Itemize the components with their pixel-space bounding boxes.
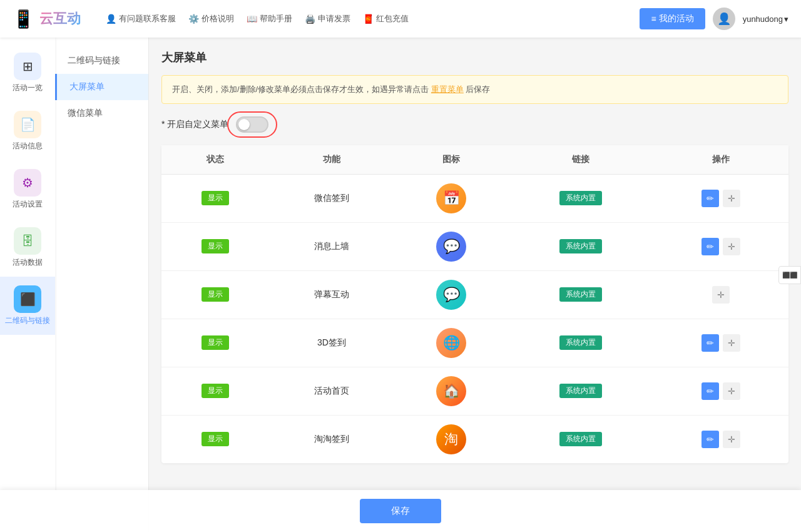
activity-list-icon: ⊞ <box>23 59 33 74</box>
status-badge[interactable]: 显示 <box>202 287 229 302</box>
customer-service-icon: 👤 <box>106 14 116 24</box>
username-display[interactable]: yunhudong ▾ <box>743 14 788 24</box>
action-buttons: ✏✛ <box>660 190 781 207</box>
status-badge[interactable]: 显示 <box>202 432 229 446</box>
row-status: 显示 <box>161 319 268 367</box>
row-status: 显示 <box>161 174 268 222</box>
status-badge[interactable]: 显示 <box>202 335 229 350</box>
row-actions: ✏✛ <box>653 319 788 367</box>
my-activity-button[interactable]: ≡ 我的活动 <box>640 8 705 29</box>
row-status: 显示 <box>161 415 268 463</box>
sub-item-bigscreen-menu-label: 大屏菜单 <box>69 81 105 91</box>
save-button[interactable]: 保存 <box>360 499 441 523</box>
drag-button[interactable]: ✛ <box>723 382 740 400</box>
nav-pricing[interactable]: ⚙️ 价格说明 <box>188 13 234 24</box>
qr-panel-button[interactable]: ⬛⬛ <box>778 266 801 284</box>
reset-menu-link[interactable]: 重置菜单 <box>431 84 464 94</box>
sub-item-wechat-menu[interactable]: 微信菜单 <box>55 100 148 126</box>
dropdown-chevron-icon: ▾ <box>784 14 788 24</box>
status-badge[interactable]: 显示 <box>202 191 229 205</box>
row-icon: 淘 <box>395 415 508 463</box>
sub-item-qrcode[interactable]: 二维码与链接 <box>55 48 148 74</box>
drag-button[interactable]: ✛ <box>712 286 730 304</box>
header-operation: 操作 <box>653 145 788 175</box>
nav-customer-service[interactable]: 👤 有问题联系客服 <box>106 13 176 24</box>
menu-icon: 📅 <box>436 183 466 213</box>
header-status: 状态 <box>161 145 268 175</box>
menu-table: 状态 功能 图标 链接 操作 显示微信签到📅系统内置✏✛显示消息上墙💬系统内置✏… <box>161 145 788 463</box>
logo-text: 云互动 <box>39 9 81 28</box>
table-row: 显示弹幕互动💬系统内置✛ <box>161 270 788 319</box>
table-header: 状态 功能 图标 链接 操作 <box>161 145 788 175</box>
row-actions: ✏✛ <box>653 367 788 415</box>
row-status: 显示 <box>161 270 268 319</box>
edit-button[interactable]: ✏ <box>702 382 719 400</box>
toggle-label: * 开启自定义菜单 <box>161 119 228 130</box>
row-status: 显示 <box>161 367 268 415</box>
row-function: 微信签到 <box>268 174 394 222</box>
nav-redpacket[interactable]: 🧧 红包充值 <box>363 13 409 24</box>
row-link: 系统内置 <box>508 415 653 463</box>
edit-button[interactable]: ✏ <box>702 190 719 207</box>
main-content: 大屏菜单 开启、关闭，添加/删除/修改菜单必须点击保存才生效，如遇异常请点击 重… <box>149 38 801 532</box>
row-icon: 💬 <box>395 270 508 319</box>
sub-item-bigscreen-menu[interactable]: 大屏菜单 <box>55 74 148 100</box>
toggle-wrapper <box>236 116 268 133</box>
sidebar-item-qrcode[interactable]: ⬛ 二维码与链接 <box>0 277 55 335</box>
nav-links: 👤 有问题联系客服 ⚙️ 价格说明 📖 帮助手册 🖨️ 申请发票 🧧 红包充值 <box>106 13 640 24</box>
drag-button[interactable]: ✛ <box>723 238 740 255</box>
notice-suffix: 后保存 <box>466 84 490 94</box>
row-link: 系统内置 <box>508 174 653 222</box>
edit-button[interactable]: ✏ <box>702 238 719 255</box>
row-link: 系统内置 <box>508 270 653 319</box>
menu-icon: 💬 <box>436 280 466 310</box>
logo[interactable]: 📱 云互动 <box>13 9 81 29</box>
row-actions: ✏✛ <box>653 415 788 463</box>
logo-icon: 📱 <box>13 9 34 29</box>
activity-settings-icon: ⚙ <box>22 175 33 190</box>
qrcode-icon: ⬛ <box>20 292 36 307</box>
table-row: 显示淘淘签到淘系统内置✏✛ <box>161 415 788 463</box>
username-text: yunhudong <box>743 14 783 24</box>
drag-button[interactable]: ✛ <box>723 190 740 207</box>
sidebar-item-activity-settings[interactable]: ⚙ 活动设置 <box>0 160 55 218</box>
toggle-row: * 开启自定义菜单 <box>161 116 788 133</box>
row-link: 系统内置 <box>508 319 653 367</box>
row-function: 消息上墙 <box>268 222 394 270</box>
page-title: 大屏菜单 <box>161 50 788 65</box>
sidebar-item-label-activity-data: 活动数据 <box>13 257 43 268</box>
table-row: 显示3D签到🌐系统内置✏✛ <box>161 319 788 367</box>
edit-button[interactable]: ✏ <box>702 334 719 352</box>
nav-invoice[interactable]: 🖨️ 申请发票 <box>305 13 350 24</box>
custom-menu-toggle[interactable] <box>236 116 268 133</box>
status-badge[interactable]: 显示 <box>202 239 229 253</box>
sidebar-item-activity-data[interactable]: 🗄 活动数据 <box>0 218 55 277</box>
notice-bar: 开启、关闭，添加/删除/修改菜单必须点击保存才生效，如遇异常请点击 重置菜单 后… <box>161 75 788 104</box>
drag-button[interactable]: ✛ <box>723 431 740 448</box>
header-row: 状态 功能 图标 链接 操作 <box>161 145 788 175</box>
row-function: 淘淘签到 <box>268 415 394 463</box>
row-icon: 🌐 <box>395 319 508 367</box>
nav-help[interactable]: 📖 帮助手册 <box>247 13 292 24</box>
row-function: 弹幕互动 <box>268 270 394 319</box>
left-sidebar: ⊞ 活动一览 📄 活动信息 ⚙ 活动设置 🗄 活动数据 ⬛ 二维码与链接 <box>0 38 55 532</box>
link-badge: 系统内置 <box>559 335 602 350</box>
sub-item-wechat-menu-label: 微信菜单 <box>68 108 103 118</box>
row-status: 显示 <box>161 222 268 270</box>
table-row: 显示微信签到📅系统内置✏✛ <box>161 174 788 222</box>
sidebar-item-activity-list[interactable]: ⊞ 活动一览 <box>0 44 55 102</box>
table-row: 显示活动首页🏠系统内置✏✛ <box>161 367 788 415</box>
row-function: 活动首页 <box>268 367 394 415</box>
row-icon: 🏠 <box>395 367 508 415</box>
sidebar-item-activity-info[interactable]: 📄 活动信息 <box>0 102 55 160</box>
header-icon: 图标 <box>395 145 508 175</box>
edit-button[interactable]: ✏ <box>702 431 719 448</box>
drag-button[interactable]: ✛ <box>723 334 740 352</box>
nav-invoice-label: 申请发票 <box>318 13 350 24</box>
status-badge[interactable]: 显示 <box>202 384 229 398</box>
row-link: 系统内置 <box>508 222 653 270</box>
nav-pricing-label: 价格说明 <box>202 13 234 24</box>
link-badge: 系统内置 <box>559 287 602 302</box>
activity-info-icon: 📄 <box>20 117 36 132</box>
notice-text: 开启、关闭，添加/删除/修改菜单必须点击保存才生效，如遇异常请点击 <box>172 84 429 94</box>
